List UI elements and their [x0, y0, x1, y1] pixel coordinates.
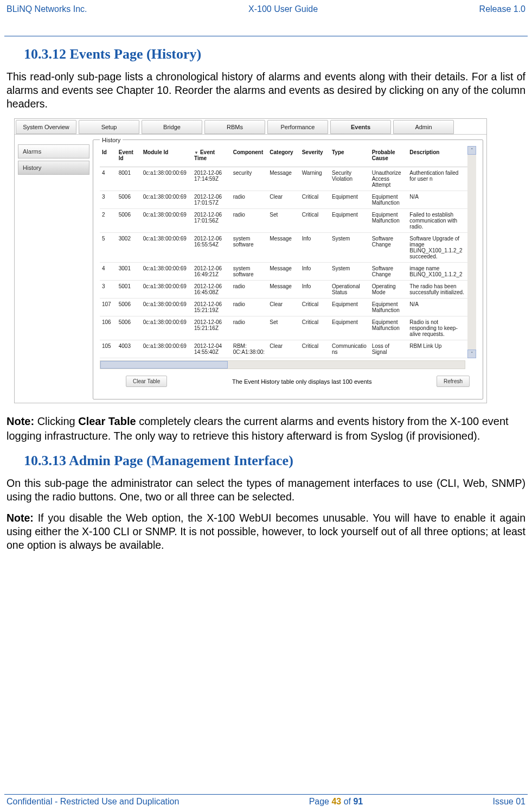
cell-type: Equipment: [330, 191, 370, 209]
table-header-row: Id Event Id Module Id Event Time Compone…: [100, 146, 467, 167]
tab-performance[interactable]: Performance: [267, 120, 328, 134]
page-footer: Confidential - Restricted Use and Duplic…: [4, 794, 528, 807]
cell-comp: RBM: 0C:A1:38:00:: [231, 340, 268, 358]
cell-eid: 5001: [117, 281, 141, 299]
cell-cat: Message: [267, 167, 299, 191]
cell-mod: 0c:a1:38:00:00:69: [141, 233, 192, 263]
sidebar: Alarms History: [15, 135, 93, 403]
col-description[interactable]: Description: [407, 146, 467, 167]
tab-events[interactable]: Events: [330, 120, 391, 134]
heading-events-page: 10.3.12 Events Page (History): [24, 46, 525, 62]
cell-comp: radio: [231, 209, 268, 233]
cell-time: 2012-12-06 17:14:59Z: [192, 167, 231, 191]
col-event-time[interactable]: Event Time: [192, 146, 231, 167]
cell-mod: 0c:a1:38:00:00:69: [141, 209, 192, 233]
cell-mod: 0c:a1:38:00:00:69: [141, 316, 192, 340]
cell-cat: Message: [267, 233, 299, 263]
cell-pc: Unauthorize Access Attempt: [370, 167, 408, 191]
note-bold-clear: Clear Table: [78, 415, 136, 427]
note-label: Note:: [7, 415, 34, 427]
cell-id: 2: [100, 209, 117, 233]
cell-comp: radio: [231, 299, 268, 316]
cell-eid: 4003: [117, 340, 141, 358]
cell-desc: N/A: [407, 299, 467, 316]
tab-bridge[interactable]: Bridge: [142, 120, 202, 134]
note-web-disable: Note: If you disable the Web option, the…: [7, 511, 525, 552]
tab-system-overview[interactable]: System Overview: [16, 120, 76, 134]
scroll-up-icon[interactable]: ˄: [467, 146, 476, 155]
cell-time: 2012-12-04 14:55:40Z: [192, 340, 231, 358]
cell-cat: Message: [267, 281, 299, 299]
col-module-id[interactable]: Module Id: [141, 146, 192, 167]
cell-eid: 3001: [117, 263, 141, 281]
col-category[interactable]: Category: [267, 146, 299, 167]
cell-type: Communications: [330, 340, 370, 358]
page-label-pre: Page: [309, 797, 332, 806]
tab-rbms[interactable]: RBMs: [204, 120, 265, 134]
history-legend: History: [100, 137, 123, 143]
admin-page-intro: On this sub-page the administrator can s…: [7, 477, 525, 504]
table-row: 530020c:a1:38:00:00:692012-12-06 16:55:5…: [100, 233, 467, 263]
cell-eid: 3002: [117, 233, 141, 263]
cell-mod: 0c:a1:38:00:00:69: [141, 191, 192, 209]
cell-sev: Critical: [300, 316, 330, 340]
col-component[interactable]: Component: [231, 146, 268, 167]
table-row: 10750060c:a1:38:00:00:692012-12-06 15:21…: [100, 299, 467, 316]
tabbar: System Overview Setup Bridge RBMs Perfor…: [15, 119, 486, 135]
cell-pc: Loss of Signal: [370, 340, 408, 358]
footer-right: Issue 01: [493, 797, 525, 807]
cell-sev: Warning: [300, 167, 330, 191]
cell-pc: Equipment Malfunction: [370, 209, 408, 233]
events-table: Id Event Id Module Id Event Time Compone…: [100, 146, 467, 358]
cell-id: 3: [100, 281, 117, 299]
sidebar-item-alarms[interactable]: Alarms: [18, 144, 89, 158]
cell-pc: Software Change: [370, 263, 408, 281]
table-row: 480010c:a1:38:00:00:692012-12-06 17:14:5…: [100, 167, 467, 191]
cell-type: Security Violation: [330, 167, 370, 191]
history-panel: History ˄ ˅ Id Event: [93, 137, 483, 400]
note2-label: Note:: [7, 512, 34, 524]
cell-sev: Info: [300, 281, 330, 299]
cell-mod: 0c:a1:38:00:00:69: [141, 340, 192, 358]
cell-time: 2012-12-06 15:21:19Z: [192, 299, 231, 316]
clear-table-button[interactable]: Clear Table: [126, 376, 167, 387]
cell-comp: system software: [231, 263, 268, 281]
col-event-id[interactable]: Event Id: [117, 146, 141, 167]
cell-id: 4: [100, 167, 117, 191]
col-id[interactable]: Id: [100, 146, 117, 167]
page-of: of: [341, 797, 353, 806]
horizontal-scrollbar[interactable]: [100, 360, 465, 369]
cell-sev: Critical: [300, 299, 330, 316]
cell-type: Operational Status: [330, 281, 370, 299]
cell-sev: Critical: [300, 191, 330, 209]
cell-pc: Operating Mode: [370, 281, 408, 299]
col-probable-cause[interactable]: Probable Cause: [370, 146, 408, 167]
cell-comp: radio: [231, 191, 268, 209]
cell-cat: Clear: [267, 191, 299, 209]
cell-desc: image name BLiNQ_X100_1.1.2_2: [407, 263, 467, 281]
refresh-button[interactable]: Refresh: [437, 376, 470, 387]
cell-comp: radio: [231, 316, 268, 340]
cell-sev: Info: [300, 263, 330, 281]
cell-time: 2012-12-06 16:55:54Z: [192, 233, 231, 263]
cell-eid: 5006: [117, 209, 141, 233]
cell-type: Equipment: [330, 209, 370, 233]
cell-desc: Radio is not responding to keep-alive re…: [407, 316, 467, 340]
tab-admin[interactable]: Admin: [393, 120, 454, 134]
cell-type: System: [330, 263, 370, 281]
scrollbar-thumb[interactable]: [100, 361, 228, 369]
col-severity[interactable]: Severity: [300, 146, 330, 167]
page-number: 43: [331, 797, 341, 806]
header-right: Release 1.0: [479, 4, 525, 14]
cell-eid: 5006: [117, 191, 141, 209]
cell-eid: 5006: [117, 316, 141, 340]
scroll-down-icon[interactable]: ˅: [467, 350, 476, 358]
cell-id: 4: [100, 263, 117, 281]
sidebar-item-history[interactable]: History: [18, 161, 89, 175]
tab-setup[interactable]: Setup: [79, 120, 139, 134]
col-type[interactable]: Type: [330, 146, 370, 167]
cell-cat: Message: [267, 263, 299, 281]
table-row: 10540030c:a1:38:00:00:692012-12-04 14:55…: [100, 340, 467, 358]
cell-sev: Critical: [300, 340, 330, 358]
cell-desc: RBM Link Up: [407, 340, 467, 358]
